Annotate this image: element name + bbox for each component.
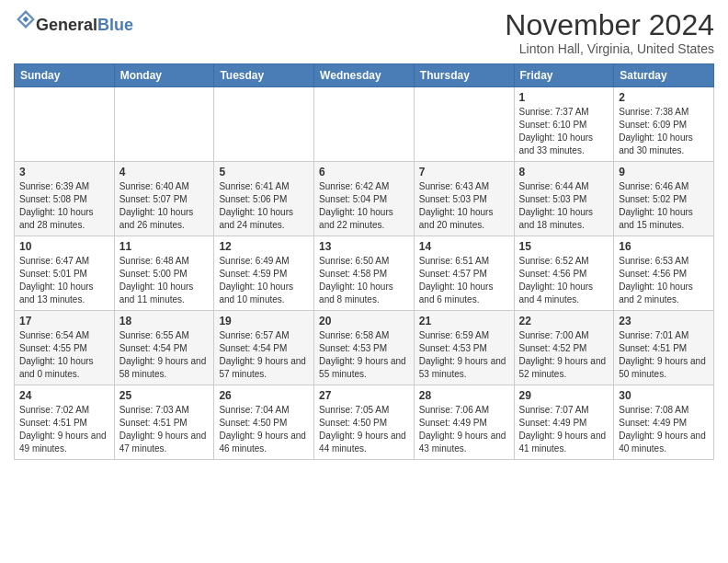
table-row: 10Sunrise: 6:47 AM Sunset: 5:01 PM Dayli… (15, 236, 115, 311)
page-header: General Blue November 2024 Linton Hall, … (14, 9, 714, 56)
table-row (214, 87, 314, 162)
table-row (15, 87, 115, 162)
month-title: November 2024 (505, 9, 714, 41)
day-number: 28 (419, 389, 509, 402)
table-row: 29Sunrise: 7:07 AM Sunset: 4:49 PM Dayli… (514, 385, 614, 460)
day-info: Sunrise: 7:05 AM Sunset: 4:50 PM Dayligh… (319, 404, 409, 455)
table-row: 27Sunrise: 7:05 AM Sunset: 4:50 PM Dayli… (314, 385, 415, 460)
day-number: 29 (519, 389, 609, 402)
day-info: Sunrise: 6:39 AM Sunset: 5:08 PM Dayligh… (19, 180, 109, 232)
table-row: 19Sunrise: 6:57 AM Sunset: 4:54 PM Dayli… (214, 311, 314, 385)
table-row: 15Sunrise: 6:52 AM Sunset: 4:56 PM Dayli… (514, 236, 614, 311)
calendar-table: Sunday Monday Tuesday Wednesday Thursday… (14, 63, 714, 460)
day-info: Sunrise: 6:40 AM Sunset: 5:07 PM Dayligh… (119, 180, 210, 232)
table-row: 26Sunrise: 7:04 AM Sunset: 4:50 PM Dayli… (214, 385, 314, 460)
day-info: Sunrise: 7:02 AM Sunset: 4:51 PM Dayligh… (19, 404, 109, 455)
table-row: 17Sunrise: 6:54 AM Sunset: 4:55 PM Dayli… (15, 311, 115, 385)
day-info: Sunrise: 6:55 AM Sunset: 4:54 PM Dayligh… (119, 329, 210, 381)
day-number: 21 (419, 315, 509, 327)
col-wednesday: Wednesday (314, 64, 415, 87)
calendar-week-row: 1Sunrise: 7:37 AM Sunset: 6:10 PM Daylig… (15, 87, 714, 162)
day-number: 30 (619, 389, 709, 402)
day-info: Sunrise: 6:42 AM Sunset: 5:04 PM Dayligh… (319, 180, 409, 232)
day-info: Sunrise: 6:44 AM Sunset: 5:03 PM Dayligh… (519, 180, 609, 232)
calendar-week-row: 17Sunrise: 6:54 AM Sunset: 4:55 PM Dayli… (15, 311, 714, 385)
day-number: 17 (19, 315, 109, 327)
day-number: 12 (219, 240, 309, 253)
table-row: 5Sunrise: 6:41 AM Sunset: 5:06 PM Daylig… (214, 162, 314, 236)
day-number: 20 (319, 315, 409, 327)
table-row: 12Sunrise: 6:49 AM Sunset: 4:59 PM Dayli… (214, 236, 314, 311)
calendar-header: Sunday Monday Tuesday Wednesday Thursday… (15, 64, 714, 87)
day-number: 7 (419, 166, 509, 178)
table-row: 14Sunrise: 6:51 AM Sunset: 4:57 PM Dayli… (414, 236, 514, 311)
day-info: Sunrise: 6:54 AM Sunset: 4:55 PM Dayligh… (19, 329, 109, 381)
day-info: Sunrise: 7:37 AM Sunset: 6:10 PM Dayligh… (519, 106, 609, 157)
calendar-week-row: 10Sunrise: 6:47 AM Sunset: 5:01 PM Dayli… (15, 236, 714, 311)
day-info: Sunrise: 6:50 AM Sunset: 4:58 PM Dayligh… (319, 255, 409, 306)
table-row: 7Sunrise: 6:43 AM Sunset: 5:03 PM Daylig… (414, 162, 514, 236)
day-info: Sunrise: 6:51 AM Sunset: 4:57 PM Dayligh… (419, 255, 509, 306)
calendar-week-row: 3Sunrise: 6:39 AM Sunset: 5:08 PM Daylig… (15, 162, 714, 236)
col-friday: Friday (514, 64, 614, 87)
day-number: 2 (619, 91, 709, 104)
day-number: 6 (319, 166, 409, 178)
day-number: 10 (19, 240, 109, 253)
day-number: 5 (219, 166, 309, 178)
day-number: 25 (119, 389, 210, 402)
table-row: 28Sunrise: 7:06 AM Sunset: 4:49 PM Dayli… (414, 385, 514, 460)
table-row: 2Sunrise: 7:38 AM Sunset: 6:09 PM Daylig… (614, 87, 714, 162)
calendar-week-row: 24Sunrise: 7:02 AM Sunset: 4:51 PM Dayli… (15, 385, 714, 460)
table-row: 11Sunrise: 6:48 AM Sunset: 5:00 PM Dayli… (114, 236, 214, 311)
logo-blue-text: Blue (97, 17, 133, 33)
day-info: Sunrise: 6:47 AM Sunset: 5:01 PM Dayligh… (19, 255, 109, 306)
location-text: Linton Hall, Virginia, United States (505, 41, 714, 56)
title-block: November 2024 Linton Hall, Virginia, Uni… (505, 9, 714, 56)
table-row: 25Sunrise: 7:03 AM Sunset: 4:51 PM Dayli… (114, 385, 214, 460)
day-info: Sunrise: 7:06 AM Sunset: 4:49 PM Dayligh… (419, 404, 509, 455)
day-info: Sunrise: 6:48 AM Sunset: 5:00 PM Dayligh… (119, 255, 210, 306)
table-row: 24Sunrise: 7:02 AM Sunset: 4:51 PM Dayli… (15, 385, 115, 460)
table-row: 21Sunrise: 6:59 AM Sunset: 4:53 PM Dayli… (414, 311, 514, 385)
table-row: 20Sunrise: 6:58 AM Sunset: 4:53 PM Dayli… (314, 311, 415, 385)
day-info: Sunrise: 6:52 AM Sunset: 4:56 PM Dayligh… (519, 255, 609, 306)
day-info: Sunrise: 7:38 AM Sunset: 6:09 PM Dayligh… (619, 106, 709, 157)
day-number: 18 (119, 315, 210, 327)
day-info: Sunrise: 6:49 AM Sunset: 4:59 PM Dayligh… (219, 255, 309, 306)
logo: General Blue (14, 9, 133, 33)
table-row: 22Sunrise: 7:00 AM Sunset: 4:52 PM Dayli… (514, 311, 614, 385)
table-row (314, 87, 415, 162)
day-number: 19 (219, 315, 309, 327)
table-row: 13Sunrise: 6:50 AM Sunset: 4:58 PM Dayli… (314, 236, 415, 311)
col-sunday: Sunday (15, 64, 115, 87)
day-number: 13 (319, 240, 409, 253)
calendar-body: 1Sunrise: 7:37 AM Sunset: 6:10 PM Daylig… (15, 87, 714, 460)
table-row (114, 87, 214, 162)
table-row: 16Sunrise: 6:53 AM Sunset: 4:56 PM Dayli… (614, 236, 714, 311)
day-info: Sunrise: 6:59 AM Sunset: 4:53 PM Dayligh… (419, 329, 509, 381)
day-info: Sunrise: 6:57 AM Sunset: 4:54 PM Dayligh… (219, 329, 309, 381)
day-number: 15 (519, 240, 609, 253)
col-thursday: Thursday (414, 64, 514, 87)
table-row: 9Sunrise: 6:46 AM Sunset: 5:02 PM Daylig… (614, 162, 714, 236)
table-row: 18Sunrise: 6:55 AM Sunset: 4:54 PM Dayli… (114, 311, 214, 385)
page-container: General Blue November 2024 Linton Hall, … (0, 0, 728, 474)
table-row: 1Sunrise: 7:37 AM Sunset: 6:10 PM Daylig… (514, 87, 614, 162)
table-row: 30Sunrise: 7:08 AM Sunset: 4:49 PM Dayli… (614, 385, 714, 460)
day-number: 11 (119, 240, 210, 253)
day-info: Sunrise: 7:03 AM Sunset: 4:51 PM Dayligh… (119, 404, 210, 455)
day-info: Sunrise: 6:53 AM Sunset: 4:56 PM Dayligh… (619, 255, 709, 306)
day-number: 3 (19, 166, 109, 178)
day-info: Sunrise: 7:01 AM Sunset: 4:51 PM Dayligh… (619, 329, 709, 381)
day-number: 1 (519, 91, 609, 104)
day-info: Sunrise: 7:04 AM Sunset: 4:50 PM Dayligh… (219, 404, 309, 455)
day-number: 14 (419, 240, 509, 253)
day-info: Sunrise: 7:07 AM Sunset: 4:49 PM Dayligh… (519, 404, 609, 455)
day-info: Sunrise: 6:41 AM Sunset: 5:06 PM Dayligh… (219, 180, 309, 232)
logo-general-text: General (36, 17, 97, 33)
day-number: 9 (619, 166, 709, 178)
day-info: Sunrise: 6:58 AM Sunset: 4:53 PM Dayligh… (319, 329, 409, 381)
day-number: 16 (619, 240, 709, 253)
day-info: Sunrise: 7:00 AM Sunset: 4:52 PM Dayligh… (519, 329, 609, 381)
day-info: Sunrise: 6:43 AM Sunset: 5:03 PM Dayligh… (419, 180, 509, 232)
